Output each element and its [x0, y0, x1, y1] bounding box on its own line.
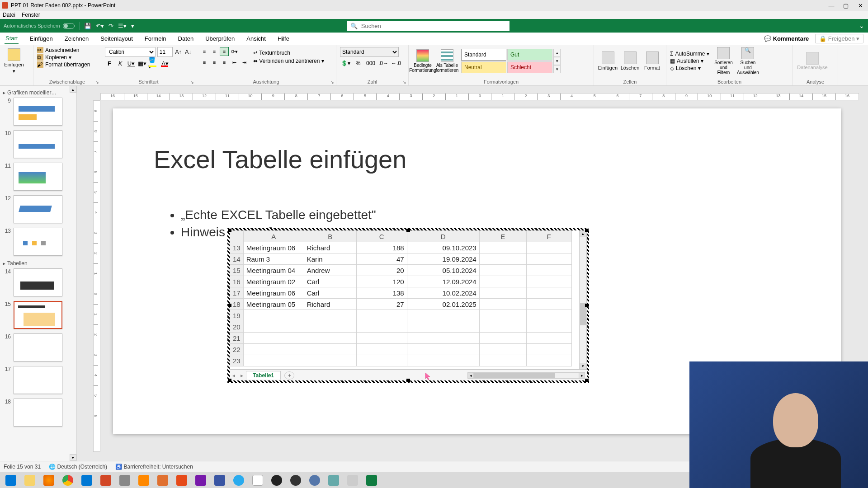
save-icon[interactable]: 💾	[84, 23, 91, 29]
conditional-formatting-button[interactable]: Bedingte Formatierung	[412, 47, 433, 75]
increase-font-icon[interactable]: A↑	[175, 48, 183, 56]
indent-increase-icon[interactable]: ⇥	[240, 58, 249, 67]
thumbnail-16[interactable]	[14, 333, 62, 361]
cell[interactable]: Richard	[304, 242, 356, 253]
sheet-tab[interactable]: Tabelle1	[246, 371, 281, 380]
orientation-icon[interactable]: ⟳▾	[230, 47, 239, 56]
number-format-select[interactable]: Standard	[340, 47, 399, 57]
app-icon[interactable]	[116, 473, 134, 488]
cell[interactable]	[479, 242, 526, 253]
col-header[interactable]: D	[407, 231, 479, 242]
cell[interactable]	[526, 253, 571, 265]
thumbnail-12[interactable]	[14, 195, 62, 223]
cut-button[interactable]: ✂Ausschneiden	[37, 47, 97, 53]
find-select-button[interactable]: 🔍Suchen und Auswählen	[737, 47, 758, 75]
thumbnail-13[interactable]	[14, 228, 62, 256]
merge-center-button[interactable]: ⬌ Verbinden und zentrieren ▾	[253, 58, 324, 64]
menu-file[interactable]: Datei	[3, 12, 15, 18]
insert-cells-button[interactable]: Einfügen	[598, 47, 618, 75]
tab-zeichnen[interactable]: Zeichnen	[64, 33, 90, 44]
share-button[interactable]: 🔒 Freigeben ▾	[815, 34, 863, 43]
style-schlecht[interactable]: Schlecht	[507, 61, 552, 73]
excel-horizontal-scrollbar[interactable]: ◂ ▸	[467, 372, 585, 379]
format-as-table-button[interactable]: Als Tabelle formatieren	[437, 47, 458, 75]
cell[interactable]: 09.10.2023	[407, 242, 479, 253]
bold-button[interactable]: F	[105, 59, 114, 68]
firefox-icon[interactable]	[40, 473, 58, 488]
styles-more-icon[interactable]: ▾	[553, 65, 561, 73]
search-box[interactable]: 🔍 Suchen	[347, 21, 509, 31]
menu-window[interactable]: Fenster	[22, 12, 40, 18]
slide-thumbnails-panel[interactable]: ▴ ▸ Grafiken modellier… 9 10 11 12 13 ▸ …	[0, 86, 77, 461]
fill-color-button[interactable]: 🪣▾	[148, 59, 158, 67]
slide-counter[interactable]: Folie 15 von 31	[4, 464, 41, 470]
app-icon[interactable]	[287, 473, 305, 488]
obs-icon[interactable]	[268, 473, 286, 488]
scroll-down-icon[interactable]: ▾	[580, 363, 586, 369]
cell[interactable]: 12.09.2024	[407, 276, 479, 287]
fill-button[interactable]: ▦ Ausfüllen ▾	[670, 58, 709, 64]
format-painter-button[interactable]: 🖌Format übertragen	[37, 61, 97, 68]
thumbnail-11[interactable]	[14, 163, 62, 191]
format-cells-button[interactable]: Format	[642, 47, 662, 75]
vlc-icon[interactable]	[135, 473, 153, 488]
app-icon[interactable]	[249, 473, 267, 488]
cell-styles-gallery[interactable]: Standard Neutral Gut Schlecht ▴ ▾ ▾	[461, 49, 561, 73]
cell[interactable]: Meetingraum 06	[243, 242, 304, 253]
cell[interactable]: 19.09.2024	[407, 253, 479, 265]
autosave-toggle[interactable]: Automatisches Speichern	[4, 23, 75, 29]
row-header[interactable]: 23	[230, 355, 244, 366]
embedded-excel-object[interactable]: A B C D E F 13 Meetingraum 06 Richard 18…	[230, 230, 587, 380]
row-header[interactable]: 22	[230, 344, 244, 355]
scrollbar-thumb[interactable]	[474, 373, 555, 378]
tab-daten[interactable]: Daten	[177, 33, 195, 44]
thumbnail-17[interactable]	[14, 366, 62, 394]
thumbnail-18[interactable]	[14, 399, 62, 427]
row-header[interactable]: 15	[230, 265, 244, 276]
increase-decimal-icon[interactable]: .0→	[378, 59, 389, 68]
resize-handle[interactable]	[228, 229, 231, 232]
scrollbar-up-icon[interactable]: ▴	[70, 86, 76, 93]
visio-icon[interactable]	[211, 473, 229, 488]
close-button[interactable]: ✕	[857, 2, 863, 9]
excel-vertical-scrollbar[interactable]: ▴ ▾	[579, 230, 586, 369]
row-header[interactable]: 20	[230, 321, 244, 333]
cell[interactable]: Carl	[304, 287, 356, 299]
cell[interactable]	[526, 242, 571, 253]
currency-icon[interactable]: 💲▾	[340, 59, 351, 68]
thumbnail-10[interactable]	[14, 130, 62, 158]
cell[interactable]: Richard	[304, 299, 356, 310]
row-header[interactable]: 21	[230, 333, 244, 344]
cell[interactable]	[479, 276, 526, 287]
cell[interactable]	[526, 265, 571, 276]
font-color-button[interactable]: A▾	[160, 59, 170, 67]
ribbon-collapse-icon[interactable]: ⌄	[859, 22, 864, 29]
row-header[interactable]: 17	[230, 287, 244, 299]
tab-einfuegen[interactable]: Einfügen	[28, 33, 53, 44]
style-standard[interactable]: Standard	[461, 49, 506, 61]
dialog-launcher-icon[interactable]: ↘	[95, 80, 99, 84]
thumbnail-9[interactable]	[14, 98, 62, 126]
italic-button[interactable]: K	[116, 59, 125, 68]
align-bottom-icon[interactable]: ≡	[220, 47, 229, 56]
table-row[interactable]: 22	[230, 344, 572, 355]
style-neutral[interactable]: Neutral	[461, 61, 506, 73]
app-icon[interactable]	[325, 473, 343, 488]
scroll-right-icon[interactable]: ▸	[579, 372, 585, 379]
select-all-corner[interactable]	[230, 231, 244, 242]
cell[interactable]: 20	[356, 265, 407, 276]
excel-icon[interactable]	[363, 473, 381, 488]
tab-seitenlayout[interactable]: Seitenlayout	[99, 33, 134, 44]
resize-handle[interactable]	[228, 304, 231, 307]
touch-mode-icon[interactable]: ☰▾	[118, 23, 127, 29]
cell[interactable]: 47	[356, 253, 407, 265]
table-row[interactable]: 13 Meetingraum 06 Richard 188 09.10.2023	[230, 242, 572, 253]
autosave-switch-icon[interactable]	[63, 23, 75, 29]
app-icon[interactable]	[173, 473, 191, 488]
align-center-icon[interactable]: ≡	[210, 58, 219, 67]
col-header[interactable]: A	[243, 231, 304, 242]
chrome-icon[interactable]	[59, 473, 77, 488]
cell[interactable]: Raum 3	[243, 253, 304, 265]
comma-icon[interactable]: 000	[365, 59, 376, 68]
col-header[interactable]: B	[304, 231, 356, 242]
